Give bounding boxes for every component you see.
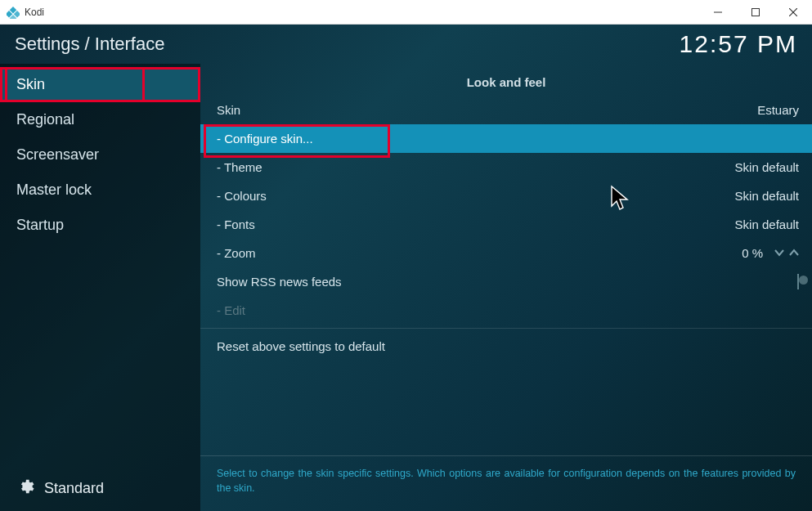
setting-label: - Configure skin... — [217, 132, 313, 146]
setting-label: - Zoom — [217, 246, 256, 260]
sidebar-item-label: Screensaver — [16, 146, 99, 164]
setting-value: Estuary — [757, 103, 799, 117]
settings-rows: Skin Estuary - Configure skin... - Theme… — [200, 96, 812, 361]
chevron-down-icon[interactable] — [774, 248, 784, 259]
setting-zoom[interactable]: - Zoom 0 % — [200, 239, 812, 267]
spinner: 0 % — [742, 246, 799, 260]
section-title: Look and feel — [200, 64, 812, 96]
sidebar-item-startup[interactable]: Startup — [0, 208, 200, 243]
setting-label: - Colours — [217, 189, 267, 203]
sidebar-item-screensaver[interactable]: Screensaver — [0, 137, 200, 173]
titlebar-controls — [699, 0, 812, 25]
titlebar: Kodi — [0, 0, 812, 25]
sidebar: Skin Regional Screensaver Master lock St… — [0, 64, 200, 511]
divider — [200, 328, 812, 329]
toggle-icon[interactable] — [797, 274, 799, 289]
titlebar-title: Kodi — [25, 7, 44, 18]
toggle-wrap — [797, 275, 799, 289]
setting-label: - Theme — [217, 160, 262, 174]
app: Settings / Interface 12:57 PM Skin Regio… — [0, 25, 812, 511]
setting-description: Select to change the skin specific setti… — [200, 455, 812, 512]
sidebar-item-label: Startup — [16, 217, 64, 234]
setting-theme[interactable]: - Theme Skin default — [200, 153, 812, 182]
clock: 12:57 PM — [680, 30, 797, 58]
main: Look and feel Skin Estuary - Configure s… — [200, 64, 812, 511]
kodi-logo-icon — [7, 6, 20, 19]
setting-value: Skin default — [735, 160, 799, 174]
svg-rect-5 — [752, 8, 760, 16]
sidebar-item-regional[interactable]: Regional — [0, 102, 200, 137]
setting-edit: - Edit — [200, 296, 812, 325]
sidebar-item-label: Master lock — [16, 182, 92, 199]
settings-level-button[interactable]: Standard — [0, 465, 200, 511]
body: Skin Regional Screensaver Master lock St… — [0, 64, 812, 511]
setting-rss[interactable]: Show RSS news feeds — [200, 267, 812, 296]
settings-level-label: Standard — [44, 480, 104, 497]
sidebar-item-master-lock[interactable]: Master lock — [0, 173, 200, 208]
breadcrumb: Settings / Interface — [15, 34, 164, 55]
sidebar-item-label: Skin — [16, 76, 45, 93]
close-button[interactable] — [774, 0, 812, 25]
gear-icon — [16, 477, 34, 500]
setting-label: - Edit — [217, 303, 245, 317]
sidebar-item-label: Regional — [16, 111, 74, 128]
maximize-button[interactable] — [737, 0, 774, 25]
header: Settings / Interface 12:57 PM — [0, 25, 812, 64]
setting-reset[interactable]: Reset above settings to default — [200, 332, 812, 361]
setting-fonts[interactable]: - Fonts Skin default — [200, 210, 812, 239]
setting-label: Reset above settings to default — [217, 339, 385, 353]
chevron-up-icon[interactable] — [789, 248, 799, 259]
setting-configure-skin[interactable]: - Configure skin... — [200, 124, 812, 153]
setting-label: Skin — [217, 103, 240, 117]
sidebar-item-skin[interactable]: Skin — [0, 67, 200, 102]
setting-label: Show RSS news feeds — [217, 275, 342, 289]
window: Kodi Settings / Interface 12:57 PM Skin — [0, 0, 812, 511]
setting-skin[interactable]: Skin Estuary — [200, 96, 812, 124]
setting-value: Skin default — [735, 189, 799, 203]
setting-colours[interactable]: - Colours Skin default — [200, 182, 812, 210]
setting-value: 0 % — [742, 246, 763, 260]
setting-value: Skin default — [735, 217, 799, 231]
minimize-button[interactable] — [699, 0, 737, 25]
setting-label: - Fonts — [217, 217, 255, 231]
